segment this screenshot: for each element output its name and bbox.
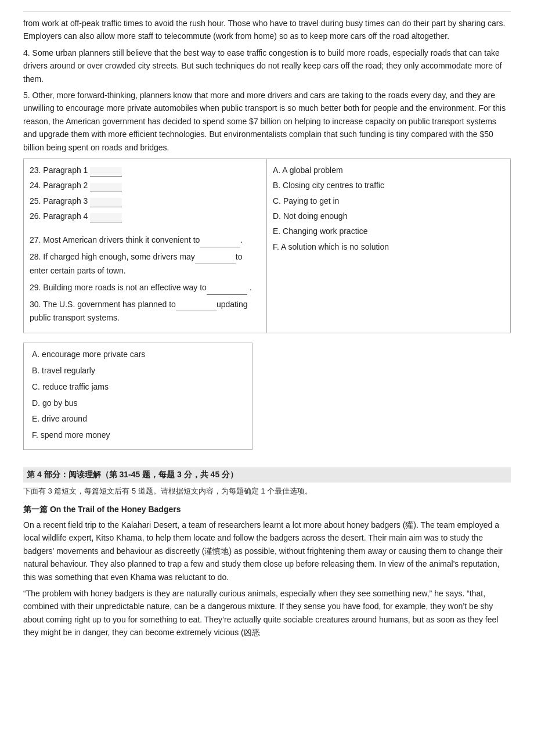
word-option-A: A. encourage more private cars bbox=[32, 348, 244, 362]
article1-para2: “The problem with honey badgers is they … bbox=[23, 587, 511, 639]
article1-title: 第一篇 On the Trail of the Honey Badgers bbox=[23, 505, 511, 515]
option-C: C. Paying to get in bbox=[273, 195, 504, 207]
q26-label: 26. Paragraph 4 bbox=[30, 211, 88, 221]
section4-subtitle: 下面有 3 篇短文，每篇短文后有 5 道题。请根据短文内容，为每题确定 1 个最… bbox=[23, 486, 511, 496]
q26-blank[interactable] bbox=[90, 213, 122, 222]
q29-blank[interactable] bbox=[207, 286, 247, 295]
q27-blank[interactable] bbox=[200, 238, 240, 247]
q23-label: 23. Paragraph 1 bbox=[30, 165, 88, 175]
matching-row-23: 23. Paragraph 1 bbox=[30, 164, 261, 177]
matching-table: 23. Paragraph 1 24. Paragraph 2 25. Para… bbox=[23, 159, 511, 333]
q23-blank[interactable] bbox=[90, 167, 122, 177]
q25-blank[interactable] bbox=[90, 198, 122, 207]
q24-label: 24. Paragraph 2 bbox=[30, 181, 88, 190]
passage-para-5: 5. Other, more forward-thinking, planner… bbox=[23, 89, 511, 154]
option-B: B. Closing city centres to traffic bbox=[273, 179, 504, 192]
word-options-box: A. encourage more private cars B. travel… bbox=[23, 343, 252, 450]
q28: 28. If charged high enough, some drivers… bbox=[30, 250, 261, 278]
word-option-D: D. go by bus bbox=[32, 397, 244, 411]
matching-row-25: 25. Paragraph 3 bbox=[30, 195, 261, 207]
option-D: D. Not doing enough bbox=[273, 210, 504, 222]
passage-para-4: 4. Some urban planners still believe tha… bbox=[23, 46, 511, 85]
q25-label: 25. Paragraph 3 bbox=[30, 196, 88, 206]
word-option-E: E. drive around bbox=[32, 412, 244, 426]
matching-row-24: 24. Paragraph 2 bbox=[30, 179, 261, 192]
passage-continuation-1: from work at off-peak traffic times to a… bbox=[23, 17, 511, 43]
matching-left-col: 23. Paragraph 1 24. Paragraph 2 25. Para… bbox=[24, 159, 267, 333]
word-option-B: B. travel regularly bbox=[32, 364, 244, 378]
matching-row-26: 26. Paragraph 4 bbox=[30, 210, 261, 222]
q28-blank[interactable] bbox=[195, 255, 236, 264]
q24-blank[interactable] bbox=[90, 183, 122, 192]
right-spacer bbox=[258, 339, 488, 456]
q27: 27. Most American drivers think it conve… bbox=[30, 233, 261, 247]
option-A: A. A global problem bbox=[273, 164, 504, 177]
option-F: F. A solution which is no solution bbox=[273, 240, 504, 253]
word-option-C: C. reduce traffic jams bbox=[32, 380, 244, 394]
q30: 30. The U.S. government has planned toup… bbox=[30, 298, 261, 326]
article1-para1: On a recent field trip to the Kalahari D… bbox=[23, 519, 511, 584]
option-E: E. Changing work practice bbox=[273, 225, 504, 237]
q30-blank[interactable] bbox=[176, 302, 217, 311]
word-option-F: F. spend more money bbox=[32, 429, 244, 442]
q29: 29. Building more roads is not an effect… bbox=[30, 281, 261, 295]
matching-right-col: A. A global problem B. Closing city cent… bbox=[267, 159, 510, 333]
section4-header: 第 4 部分：阅读理解（第 31-45 题，每题 3 分，共 45 分） bbox=[23, 467, 511, 483]
top-divider bbox=[23, 12, 511, 12]
